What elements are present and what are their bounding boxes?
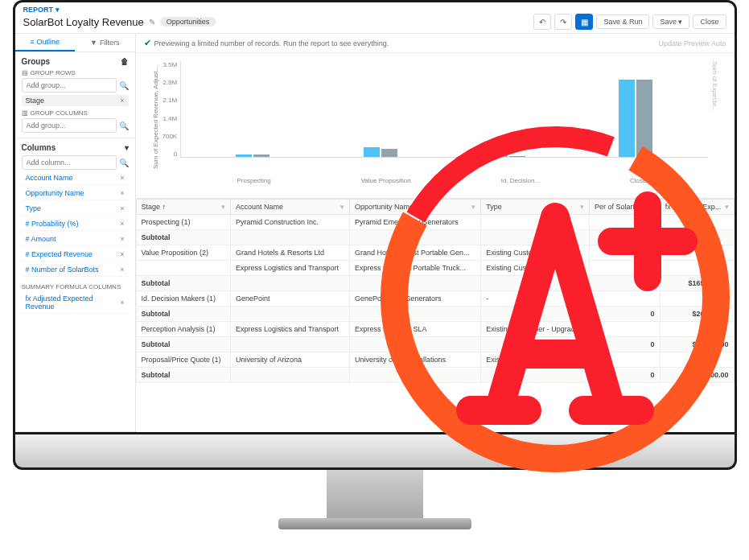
remove-icon[interactable]: × [120, 204, 124, 212]
cell-opportunity: Express Logistics Portable Truck... [350, 261, 481, 276]
list-icon: ≡ [30, 38, 34, 46]
add-group-cols-input[interactable] [22, 118, 117, 133]
column-item[interactable]: # Probability (%)× [22, 217, 129, 231]
header-actions: ↶ ↷ ▦ Save & Run Save ▾ Close [533, 14, 726, 30]
cell-stage: Proposal/Price Quote (1) [136, 352, 231, 368]
breadcrumb[interactable]: REPORT ▾ [23, 6, 726, 14]
chart: Sum of Expected Revenue, Adjust... 3.5M2… [136, 53, 735, 198]
cell-account: Express Logistics and Transport [231, 322, 350, 337]
table-row: Prospecting (1)Pyramid Construction Inc.… [136, 215, 734, 230]
subtotal-label: Subtotal [136, 368, 231, 383]
group-cols-label: ▥GROUP COLUMNS [22, 109, 129, 117]
report-builder-app: REPORT ▾ SolarBot Loyalty Revenue ✎ Oppo… [15, 2, 735, 432]
column-item[interactable]: # Amount× [22, 233, 129, 246]
cell-per [590, 352, 661, 368]
tab-filters[interactable]: ▼Filters [75, 34, 135, 51]
save-run-button[interactable]: Save & Run [596, 14, 649, 29]
chart-plot [180, 61, 707, 158]
cell-opportunity: University of AZ Installations [350, 352, 481, 368]
chart-x-labels: ProspectingValue PropositionId. Decision… [152, 174, 718, 184]
cell-adjusted [660, 352, 734, 368]
chart-x-axis-label: Stage [152, 187, 718, 195]
cell-stage: Value Proposition (2) [136, 245, 231, 261]
table-row: Subtotal0$165,000.00 [136, 276, 734, 291]
cell-type: Existing Customer - Upgrade [481, 322, 590, 337]
cell-per [590, 215, 661, 230]
col-header-stage[interactable]: Stage ↑▾ [136, 200, 231, 215]
subtotal-label: Subtotal [136, 337, 231, 352]
tab-outline[interactable]: ≡Outline [15, 34, 76, 51]
col-header-account[interactable]: Account Name▾ [231, 200, 350, 215]
save-button[interactable]: Save ▾ [652, 14, 689, 29]
remove-icon[interactable]: × [120, 220, 124, 228]
col-header-per[interactable]: Per of SolarBots▾ [590, 200, 661, 215]
delete-icon[interactable]: 🗑 [121, 57, 129, 66]
subtotal-value [660, 230, 734, 245]
column-item[interactable]: Account Name× [22, 171, 129, 185]
object-chip[interactable]: Opportunities [160, 17, 216, 27]
cell-type: - [481, 291, 590, 307]
cell-stage: Perception Analysis (1) [136, 322, 231, 337]
column-item[interactable]: # Expected Revenue× [22, 248, 129, 261]
subtotal-value: $165,000.00 [660, 276, 734, 291]
chart-bar [253, 154, 270, 157]
remove-icon[interactable]: × [120, 97, 124, 105]
table-row: Value Proposition (2)Grand Hotels & Reso… [136, 245, 734, 261]
col-header-type[interactable]: Type▾ [481, 200, 590, 215]
remove-icon[interactable]: × [120, 250, 124, 258]
chart-bar [381, 149, 397, 157]
report-table: Stage ↑▾ Account Name▾ Opportunity Name▾… [136, 198, 735, 432]
cell-adjusted [660, 261, 734, 276]
add-group-rows-input[interactable] [22, 78, 117, 93]
chart-y-ticks: 3.5M2.8M2.1M1.4M700K0 [159, 61, 181, 158]
table-row: Subtotal0$84,000.00 [136, 337, 734, 352]
close-button[interactable]: Close [693, 14, 726, 29]
column-item[interactable]: Type× [22, 202, 129, 216]
columns-heading: Columns [22, 143, 56, 152]
remove-icon[interactable]: × [120, 299, 124, 307]
table-row: Express Logistics and TransportExpress L… [136, 261, 734, 276]
chevron-down-icon[interactable]: ▾ [125, 143, 129, 152]
group-row-pill-stage[interactable]: Stage× [22, 95, 129, 106]
subtotal-label: Subtotal [136, 307, 231, 322]
preview-message: Previewing a limited number of records. … [154, 39, 389, 47]
cell-stage: Prospecting (1) [136, 215, 231, 230]
chart-right-label: Sum of Expecte... [708, 61, 718, 174]
chart-toggle-button[interactable]: ▦ [575, 14, 593, 30]
subtotal-label: Subtotal [136, 230, 231, 245]
col-header-adjusted[interactable]: fx Adjusted Exp...▾ [660, 200, 734, 215]
subtotal-value: $26,000.00 [660, 307, 734, 322]
undo-button[interactable]: ↶ [533, 14, 551, 30]
add-column-input[interactable] [22, 155, 117, 170]
subtotal-label: Subtotal [136, 276, 231, 291]
report-title: SolarBot Loyalty Revenue [23, 16, 144, 28]
remove-icon[interactable]: × [120, 266, 124, 274]
remove-icon[interactable]: × [120, 174, 124, 182]
redo-button[interactable]: ↷ [554, 14, 572, 30]
column-item[interactable]: # Number of SolarBots× [22, 263, 129, 277]
cell-per [590, 291, 661, 307]
cell-opportunity: Grand Hotels Guest Portable Gen... [350, 245, 481, 261]
table-row: Perception Analysis (1)Express Logistics… [136, 322, 734, 337]
cell-type: Existing Customer - Upgrade [481, 352, 590, 368]
cell-per [590, 245, 661, 261]
table-row: Subtotal0$26,000.00 [136, 307, 734, 322]
cell-per [590, 261, 661, 276]
summary-formula-item[interactable]: fx Adjusted Expected Revenue× [22, 292, 129, 314]
column-item[interactable]: Opportunity Name× [22, 187, 129, 200]
cell-account: University of Arizona [231, 352, 350, 368]
subtotal-value: $84,000.00 [660, 337, 734, 352]
remove-icon[interactable]: × [120, 189, 124, 197]
cell-per: 0 [590, 322, 661, 337]
edit-title-icon[interactable]: ✎ [149, 18, 155, 27]
search-icon: 🔍 [119, 81, 129, 90]
table-row: Proposal/Price Quote (1)University of Ar… [136, 352, 734, 368]
cell-type [481, 215, 590, 230]
chart-bar [509, 156, 525, 157]
rows-icon: ▤ [22, 69, 28, 76]
table-row: Id. Decision Makers (1)GenePointGenePoin… [136, 291, 734, 307]
remove-icon[interactable]: × [120, 235, 124, 243]
groups-heading: Groups [22, 57, 51, 66]
col-header-opportunity[interactable]: Opportunity Name▾ [350, 200, 481, 215]
cell-stage [136, 261, 231, 276]
